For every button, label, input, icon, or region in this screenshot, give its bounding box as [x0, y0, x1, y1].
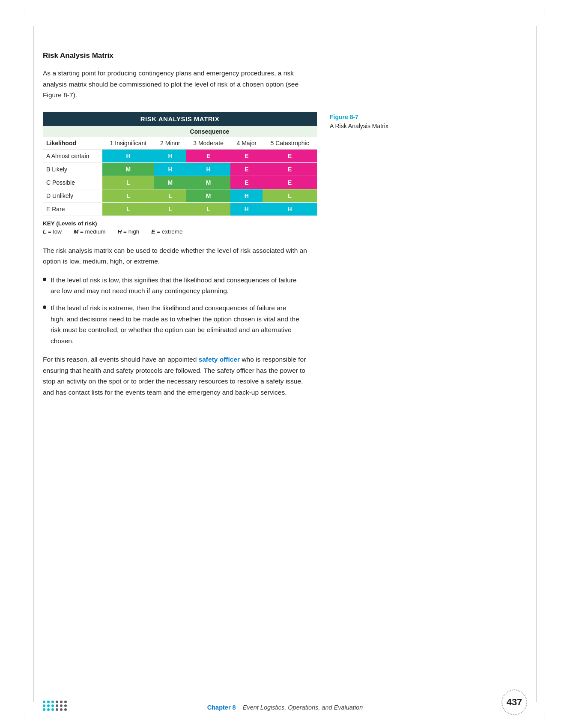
matrix-header-row: RISK ANALYSIS MATRIX — [43, 112, 317, 126]
col-header-3: 3 Moderate — [186, 137, 231, 150]
consequence-row: Consequence — [43, 126, 317, 137]
cell-b5: E — [263, 162, 317, 176]
bullet-icon — [43, 278, 46, 281]
footer-dots-row-2 — [43, 704, 67, 707]
page-number: 437 — [501, 689, 527, 715]
col-header-2: 2 Minor — [154, 137, 186, 150]
footer-logo — [43, 701, 67, 711]
cell-e2: L — [154, 202, 186, 216]
table-row: E Rare L L L H H — [43, 202, 317, 216]
matrix-container: RISK ANALYSIS MATRIX Consequence Likelih… — [43, 112, 317, 235]
footer-center: Chapter 8 Event Logistics, Operations, a… — [207, 704, 363, 711]
safety-officer-highlight: safety officer — [199, 356, 240, 363]
table-row: B Likely M H H E E — [43, 162, 317, 176]
cell-c4: E — [230, 176, 263, 189]
footer-dot — [56, 701, 58, 703]
cell-c2: M — [154, 176, 186, 189]
cell-a5: E — [263, 149, 317, 162]
footer-dot — [56, 708, 58, 711]
cell-e1: L — [102, 202, 154, 216]
bullet-text-2: If the level of risk is extreme, then th… — [51, 303, 300, 346]
key-m: M = medium — [74, 228, 106, 235]
figure-label-description: A Risk Analysis Matrix — [330, 122, 390, 131]
footer-dot — [43, 708, 45, 711]
table-row: C Possible L M M E E — [43, 176, 317, 189]
cell-e4: H — [230, 202, 263, 216]
chapter-subtitle: Event Logistics, Operations, and Evaluat… — [243, 704, 363, 711]
list-item: If the level of risk is extreme, then th… — [43, 303, 300, 346]
chapter-label: Chapter 8 — [207, 704, 236, 711]
right-margin-line — [536, 26, 537, 702]
risk-matrix-table: RISK ANALYSIS MATRIX Consequence Likelih… — [43, 112, 317, 216]
cell-d4: H — [230, 189, 263, 202]
cell-d5: L — [263, 189, 317, 202]
key-h: H = high — [118, 228, 140, 235]
bullet-icon — [43, 306, 46, 309]
intro-text: As a starting point for producing contin… — [43, 68, 308, 101]
cell-d2: L — [154, 189, 186, 202]
cell-b1: M — [102, 162, 154, 176]
footer-dot — [60, 708, 63, 711]
col-header-4: 4 Major — [230, 137, 263, 150]
body-text-1: The risk analysis matrix can be used to … — [43, 245, 308, 267]
row-label-a: A Almost certain — [43, 149, 102, 162]
footer-dot — [56, 704, 58, 707]
matrix-title: RISK ANALYSIS MATRIX — [43, 112, 317, 126]
footer-dot — [51, 704, 54, 707]
row-label-b: B Likely — [43, 162, 102, 176]
footer-dot — [64, 704, 67, 707]
figure-row: RISK ANALYSIS MATRIX Consequence Likelih… — [43, 112, 527, 235]
empty-cell-1 — [43, 126, 102, 137]
col-headers-row: Likelihood 1 Insignificant 2 Minor 3 Mod… — [43, 137, 317, 150]
consequence-label: Consequence — [102, 126, 317, 137]
footer-dots-row-3 — [43, 708, 67, 711]
footer-dot — [64, 708, 67, 711]
cell-b3: H — [186, 162, 231, 176]
row-label-e: E Rare — [43, 202, 102, 216]
col-header-1: 1 Insignificant — [102, 137, 154, 150]
cell-a2: H — [154, 149, 186, 162]
left-margin-line — [33, 26, 34, 702]
safety-officer-paragraph: For this reason, all events should have … — [43, 354, 308, 398]
row-label-c: C Possible — [43, 176, 102, 189]
footer-dot — [47, 708, 50, 711]
key-title: KEY (Levels of risk) — [43, 220, 317, 227]
figure-caption: Figure 8-7 A Risk Analysis Matrix — [330, 112, 390, 131]
bullet-list: If the level of risk is low, this signif… — [43, 275, 300, 346]
key-l: L = low — [43, 228, 62, 235]
corner-decoration-top-right — [537, 8, 544, 15]
cell-c1: L — [102, 176, 154, 189]
footer-dot — [60, 701, 63, 703]
cell-a1: H — [102, 149, 154, 162]
cell-e3: L — [186, 202, 231, 216]
key-section: KEY (Levels of risk) L = low M = medium … — [43, 220, 317, 235]
list-item: If the level of risk is low, this signif… — [43, 275, 300, 297]
footer-dot — [51, 708, 54, 711]
section-title: Risk Analysis Matrix — [43, 51, 527, 60]
key-items: L = low M = medium H = high E = extreme — [43, 228, 317, 235]
footer-dot — [51, 701, 54, 703]
table-row: A Almost certain H H E E E — [43, 149, 317, 162]
row-label-d: D Unlikely — [43, 189, 102, 202]
table-row: D Unlikely L L M H L — [43, 189, 317, 202]
content-area: Risk Analysis Matrix As a starting point… — [43, 26, 527, 398]
cell-a4: E — [230, 149, 263, 162]
col-header-likelihood: Likelihood — [43, 137, 102, 150]
cell-b4: E — [230, 162, 263, 176]
corner-decoration-top-left — [26, 8, 33, 15]
cell-e5: H — [263, 202, 317, 216]
footer-dots-row-1 — [43, 701, 67, 703]
key-e: E = extreme — [151, 228, 182, 235]
footer-dot — [47, 701, 50, 703]
bullet-text-1: If the level of risk is low, this signif… — [51, 275, 300, 297]
footer-dot — [60, 704, 63, 707]
cell-a3: E — [186, 149, 231, 162]
page: Risk Analysis Matrix As a starting point… — [0, 0, 570, 728]
corner-decoration-bottom-left — [26, 713, 33, 720]
cell-d3: M — [186, 189, 231, 202]
footer-dot — [43, 704, 45, 707]
cell-c5: E — [263, 176, 317, 189]
corner-decoration-bottom-right — [537, 713, 544, 720]
footer-dot — [47, 704, 50, 707]
body-text-2-before: For this reason, all events should have … — [43, 356, 199, 363]
